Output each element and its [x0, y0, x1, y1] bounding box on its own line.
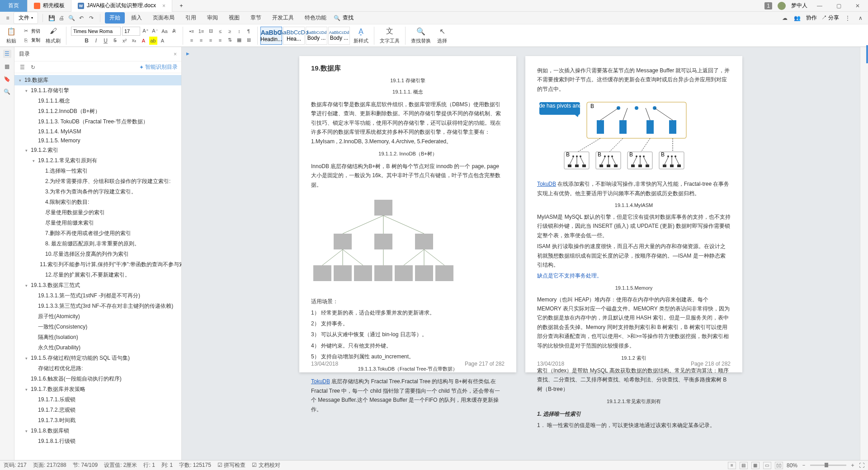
tab-reference[interactable]: 引用	[181, 12, 201, 24]
bullets-icon[interactable]: •≡	[188, 27, 196, 35]
toc-item[interactable]: 2.为经常需要排序、分组和联合操作的字段建立索引:	[14, 176, 181, 187]
zoom-out-icon[interactable]: －	[801, 461, 807, 469]
expand-icon[interactable]: ∧	[856, 14, 864, 22]
collab-icon[interactable]: 👥	[793, 14, 802, 22]
paste-button[interactable]: 📋粘贴	[4, 26, 19, 45]
fullscreen-icon[interactable]: ⛶	[859, 462, 864, 469]
toc-item[interactable]: 19.1.1.4. MyIASM	[14, 127, 181, 136]
preview-icon[interactable]: 🔍	[67, 14, 75, 22]
font-name-input[interactable]	[71, 27, 121, 36]
toc-item[interactable]: 19.1.1.1.概念	[14, 96, 181, 106]
toc-item[interactable]: 7.删除不再使用或者很少使用的索引	[14, 228, 181, 239]
tab-document[interactable]: WJAVA核心面试知识整理.docx×	[71, 0, 172, 12]
clear-format-icon[interactable]: A̷	[170, 27, 178, 35]
tab-view[interactable]: 视图	[224, 12, 244, 24]
numbering-icon[interactable]: 1≡	[197, 27, 205, 35]
toc-item[interactable]: 19.1.1.3. TokuDB（Fractal Tree-节点带数据）	[14, 117, 181, 127]
tab-features[interactable]: 特色功能	[300, 12, 331, 24]
close-window-icon[interactable]: ✕	[851, 1, 864, 10]
toc-list-icon[interactable]: ☰	[18, 63, 26, 71]
underline-icon[interactable]: U	[102, 37, 110, 45]
align-left-icon[interactable]: ≡	[188, 36, 196, 44]
maximize-icon[interactable]: ▢	[832, 1, 845, 10]
char-shading-icon[interactable]: A	[159, 37, 167, 45]
toc-item[interactable]: 存储过程优化思路:	[14, 363, 181, 374]
toc-item[interactable]: 尽量使用前缀来索引	[14, 218, 181, 228]
toc-item[interactable]: ▾19.1.5.存储过程(特定功能的 SQL 语句集)	[14, 353, 181, 363]
view-print-icon[interactable]: ≡	[728, 462, 736, 469]
italic-icon[interactable]: I	[92, 37, 100, 45]
cut-button[interactable]: ✂	[22, 27, 30, 35]
increase-indent-icon[interactable]: ≥	[226, 27, 234, 35]
style-body2[interactable]: AaBbCcDdBody ...	[328, 27, 350, 45]
toc-item[interactable]: 12.尽量的扩展索引,不要新建索引。	[14, 270, 181, 280]
bookmark-icon[interactable]: 🔖	[3, 75, 11, 83]
toc-item[interactable]: 11.索引列不能参与计算,保持列"干净":带函数的查询不参与索...	[14, 259, 181, 270]
decrease-indent-icon[interactable]: ≤	[216, 27, 224, 35]
style-body1[interactable]: AaBbCcDdBody ...	[306, 27, 327, 45]
toc-item[interactable]: 19.1.3.3.第三范式(3rd NF-不存在对非主键列的传递依赖)	[14, 301, 181, 311]
toc-item[interactable]: ▾19.1.8.数据库锁	[14, 426, 181, 436]
tab-start[interactable]: 开始	[105, 12, 125, 24]
select-button[interactable]: ↖选择	[434, 26, 450, 45]
change-case-icon[interactable]: Aa	[160, 27, 169, 35]
format-painter-button[interactable]: 🖌格式刷	[43, 26, 63, 45]
toc-item[interactable]: ▾19.1.2.1.常见索引原则有	[14, 155, 181, 166]
toc-item[interactable]: 19.1.6.触发器(一段能自动执行的程序)	[14, 374, 181, 384]
zoom-slider[interactable]	[810, 465, 846, 466]
outline-icon[interactable]: ☰	[3, 50, 11, 58]
sort-icon[interactable]: ↕	[235, 27, 243, 35]
style-hea[interactable]: AaBbCcDdHea...	[283, 27, 305, 45]
document-area[interactable]: ▸ 19.数据库 19.1.1 存储引擎 19.1.1.1. 概念 数据库存储引…	[182, 47, 860, 460]
show-marks-icon[interactable]: ¶	[245, 27, 253, 35]
font-color-icon[interactable]: A	[140, 37, 148, 45]
view-twopages-icon[interactable]: ▯▯	[775, 462, 783, 469]
font-size-input[interactable]	[122, 27, 140, 36]
tab-home[interactable]: 首页	[0, 0, 28, 12]
save-icon[interactable]: 💾	[47, 14, 56, 22]
toc-item[interactable]: 19.1.1.2.InnoDB（B+树）	[14, 106, 181, 117]
highlight-icon[interactable]: ab	[149, 37, 157, 45]
tab-review[interactable]: 审阅	[203, 12, 222, 24]
copy-button[interactable]: ⎘	[22, 36, 30, 44]
view-read-icon[interactable]: ▭	[763, 462, 771, 469]
toc-item[interactable]: 隔离性(Isolation)	[14, 332, 181, 343]
toc-item[interactable]: 8. 最左前缀匹配原则,非常重要的原则。	[14, 239, 181, 249]
proof-button[interactable]: ☑ 文档校对	[252, 461, 280, 469]
zoom-in-icon[interactable]: ＋	[850, 461, 855, 469]
bold-icon[interactable]: B	[83, 37, 91, 45]
toc-item[interactable]: 一致性(Consistency)	[14, 322, 181, 332]
toc-item[interactable]: ▾19.数据库	[14, 75, 181, 85]
toc-item[interactable]: ▾19.1.3.数据库三范式	[14, 280, 181, 291]
style-heading[interactable]: AaBbCHeadin...	[260, 27, 282, 45]
borders-icon[interactable]: ⊞	[245, 36, 253, 44]
toc-item[interactable]: 19.1.3.1.第一范式(1stNF -列都是不可再分)	[14, 291, 181, 301]
toc-list[interactable]: ▾19.数据库▾19.1.1.存储引擎19.1.1.1.概念19.1.1.2.I…	[14, 73, 181, 460]
toc-close-icon[interactable]: ×	[174, 51, 177, 57]
thumbnails-icon[interactable]: ▦	[3, 62, 11, 70]
toc-item[interactable]: 19.1.1.5. Memory	[14, 136, 181, 145]
tab-section[interactable]: 章节	[246, 12, 266, 24]
scroll-indicator[interactable]	[866, 45, 868, 63]
subscript-icon[interactable]: x₂	[130, 37, 138, 45]
cloud-icon[interactable]: ☁	[781, 14, 789, 22]
print-icon[interactable]: 🖨	[57, 14, 66, 22]
tab-new[interactable]: ＋	[172, 0, 190, 12]
toc-item[interactable]: 19.1.8.1.行级锁	[14, 436, 181, 446]
tab-template[interactable]: 稻壳模板	[28, 0, 71, 12]
find-replace-button[interactable]: 🔍查找替换	[408, 26, 434, 45]
toc-item[interactable]: 原子性(Atomicity)	[14, 311, 181, 322]
view-outline-icon[interactable]: ▤	[740, 462, 748, 469]
hamburger-icon[interactable]: ≡	[4, 14, 12, 22]
toc-item[interactable]: 永久性(Durability)	[14, 343, 181, 353]
view-web-icon[interactable]: ▦	[751, 462, 760, 469]
close-icon[interactable]: ×	[162, 3, 165, 9]
toc-item[interactable]: 10.尽量选择区分度高的列作为索引	[14, 249, 181, 259]
undo-icon[interactable]: ↶	[77, 14, 85, 22]
align-center-icon[interactable]: ≡	[197, 36, 205, 44]
line-spacing-icon[interactable]: ⇅	[226, 36, 234, 44]
find-label[interactable]: 查找	[343, 14, 354, 22]
smart-toc-button[interactable]: ✦ 智能识别目录	[139, 63, 178, 71]
toc-item[interactable]: 19.1.7.3.时间戳	[14, 415, 181, 426]
toc-item[interactable]: ▾19.1.2.索引	[14, 145, 181, 155]
